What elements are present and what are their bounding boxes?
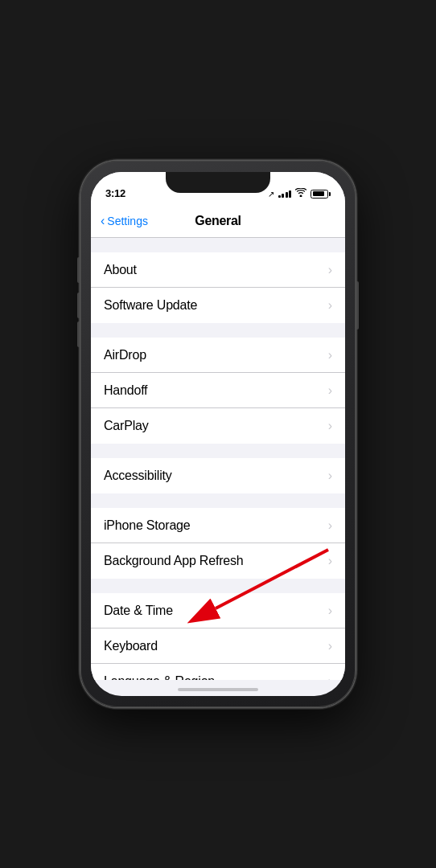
iphone-storage-label: iPhone Storage [104,518,191,533]
phone-screen: 3:12 ↗ [91,172,345,696]
background-app-refresh-chevron-icon: › [328,554,332,568]
handoff-chevron-icon: › [328,383,332,398]
software-update-label: Software Update [104,298,197,313]
settings-list: About › Software Update › AirDrop › Hand… [91,238,345,680]
handoff-label: Handoff [104,383,147,398]
list-item-handoff[interactable]: Handoff › [91,373,345,408]
language-region-chevron-icon: › [328,674,332,681]
battery-icon [311,190,331,199]
list-item-language-region[interactable]: Language & Region › [91,664,345,680]
section-group-3: Accessibility › [91,458,345,493]
list-item-keyboard[interactable]: Keyboard › [91,628,345,664]
page-title: General [195,214,241,228]
wifi-icon [295,188,306,199]
list-item-iphone-storage[interactable]: iPhone Storage › [91,508,345,543]
section-gap-4 [91,493,345,508]
iphone-storage-chevron-icon: › [328,518,332,533]
section-gap-5 [91,579,345,593]
carplay-label: CarPlay [104,419,149,433]
location-icon: ↗ [268,190,274,199]
home-indicator [178,688,258,691]
section-gap-3 [91,444,345,458]
about-chevron-icon: › [328,263,332,277]
about-label: About [104,263,137,277]
list-item-airdrop[interactable]: AirDrop › [91,338,345,373]
status-icons: ↗ [268,188,331,199]
back-chevron-icon: ‹ [101,214,105,228]
signal-bars [278,190,292,198]
accessibility-chevron-icon: › [328,469,332,483]
accessibility-label: Accessibility [104,469,172,483]
back-button[interactable]: ‹ Settings [101,214,148,228]
keyboard-label: Keyboard [104,639,158,653]
airdrop-chevron-icon: › [328,348,332,362]
phone-device: 3:12 ↗ [80,161,356,707]
software-update-chevron-icon: › [328,298,332,313]
section-group-1: About › Software Update › [91,252,345,323]
list-item-date-time[interactable]: Date & Time › [91,593,345,628]
status-time: 3:12 [105,187,125,199]
notch [166,172,270,193]
list-item-background-app-refresh[interactable]: Background App Refresh › [91,543,345,579]
airdrop-label: AirDrop [104,348,146,362]
nav-bar: ‹ Settings General [91,204,345,238]
background-app-refresh-label: Background App Refresh [104,554,244,568]
keyboard-chevron-icon: › [328,639,332,653]
list-item-carplay[interactable]: CarPlay › [91,408,345,444]
section-group-2: AirDrop › Handoff › CarPlay › [91,338,345,444]
carplay-chevron-icon: › [328,419,332,433]
language-region-label: Language & Region [104,674,215,681]
section-gap-1 [91,238,345,252]
section-gap-2 [91,323,345,338]
list-item-accessibility[interactable]: Accessibility › [91,458,345,493]
section-group-5: Date & Time › Keyboard › Language & Regi… [91,593,345,680]
list-item-software-update[interactable]: Software Update › [91,288,345,323]
back-label: Settings [107,215,148,227]
date-time-chevron-icon: › [328,604,332,618]
list-item-about[interactable]: About › [91,252,345,288]
section-group-4: iPhone Storage › Background App Refresh … [91,508,345,579]
date-time-label: Date & Time [104,604,173,618]
